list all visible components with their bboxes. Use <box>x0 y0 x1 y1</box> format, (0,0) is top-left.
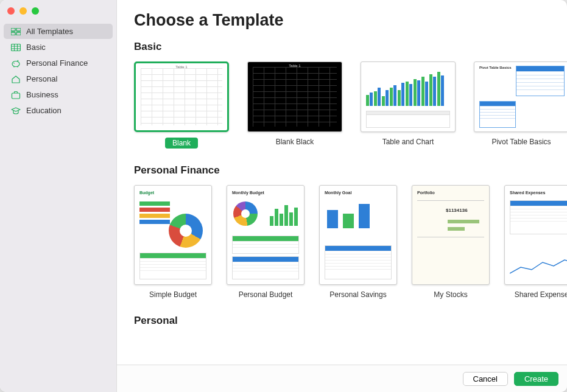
template-thumbnail: Monthly Goal <box>319 185 397 285</box>
line-chart-icon <box>510 256 567 278</box>
template-shared-expenses[interactable]: Shared Expenses Shared Expenses <box>504 185 567 299</box>
donut-chart-icon <box>169 214 203 248</box>
template-thumbnail: Pivot Table Basics <box>474 61 567 132</box>
sidebar-item-label: Personal Finance <box>26 58 88 68</box>
create-button[interactable]: Create <box>514 372 558 386</box>
graduation-cap-icon <box>11 107 21 115</box>
page-title: Choose a Template <box>134 11 567 30</box>
template-label: Pivot Table Basics <box>491 138 551 146</box>
zoom-window-button[interactable] <box>32 7 39 15</box>
footer: Cancel Create <box>117 365 567 392</box>
main-panel: Choose a Template Basic Table 1 Blank Ta… <box>117 0 567 392</box>
sidebar-item-label: Personal <box>26 74 57 83</box>
sidebar-item-basic[interactable]: Basic <box>4 40 113 55</box>
sidebar-item-label: Basic <box>26 43 46 52</box>
template-label: Personal Savings <box>329 290 386 299</box>
sidebar-item-personal-finance[interactable]: Personal Finance <box>4 55 113 71</box>
template-table-and-chart[interactable]: Table and Chart <box>361 61 456 149</box>
template-chooser-window: All Templates Basic Personal Finance Per… <box>0 0 567 392</box>
template-scroll-area[interactable]: Choose a Template Basic Table 1 Blank Ta… <box>117 0 567 365</box>
template-thumbnail: Monthly Budget <box>227 185 305 285</box>
svg-rect-0 <box>11 28 15 31</box>
template-personal-budget[interactable]: Monthly Budget Personal Budget <box>227 185 305 299</box>
grid-icon <box>11 27 21 36</box>
section-title-personal-finance: Personal Finance <box>134 164 567 177</box>
sidebar: All Templates Basic Personal Finance Per… <box>0 0 117 392</box>
template-thumbnail: Budget <box>134 185 212 285</box>
template-row-basic: Table 1 Blank Table 1 Blank Black <box>134 61 567 149</box>
template-label: Personal Budget <box>239 290 293 299</box>
template-row-personal-finance: Budget Simple Budget Monthly Budget <box>134 185 567 299</box>
template-label: Simple Budget <box>149 290 197 299</box>
briefcase-icon <box>11 91 21 99</box>
donut-chart-icon <box>233 201 258 226</box>
template-label: Table and Chart <box>382 138 434 146</box>
svg-rect-3 <box>16 32 21 35</box>
chart-icon <box>366 69 450 106</box>
template-thumbnail: Shared Expenses <box>504 185 567 285</box>
template-personal-savings[interactable]: Monthly Goal Personal Savings <box>319 185 397 299</box>
table-icon <box>516 66 565 96</box>
sidebar-item-label: Business <box>26 90 58 99</box>
template-thumbnail <box>361 61 456 132</box>
sidebar-item-all-templates[interactable]: All Templates <box>4 24 113 39</box>
template-thumbnail: Table 1 <box>247 61 342 132</box>
svg-rect-1 <box>16 28 21 31</box>
sidebar-item-label: Education <box>26 106 62 115</box>
template-simple-budget[interactable]: Budget Simple Budget <box>134 185 212 299</box>
home-icon <box>11 75 21 83</box>
svg-point-10 <box>13 63 15 64</box>
cancel-button[interactable]: Cancel <box>463 372 508 386</box>
sidebar-item-business[interactable]: Business <box>4 87 113 102</box>
template-my-stocks[interactable]: Portfolio $1134136 My Stocks <box>412 185 490 299</box>
minimize-window-button[interactable] <box>19 7 27 15</box>
template-thumbnail: Table 1 <box>134 61 229 132</box>
bar-chart-icon <box>327 201 370 228</box>
template-blank[interactable]: Table 1 Blank <box>134 61 229 149</box>
sidebar-item-label: All Templates <box>26 27 73 36</box>
bar-chart-icon <box>270 201 298 226</box>
window-controls <box>0 5 116 23</box>
section-title-basic: Basic <box>134 41 567 53</box>
spreadsheet-icon <box>11 43 21 52</box>
svg-rect-4 <box>12 44 21 51</box>
template-blank-black[interactable]: Table 1 Blank Black <box>247 61 342 149</box>
piggy-bank-icon <box>11 59 21 68</box>
close-window-button[interactable] <box>7 7 15 15</box>
svg-point-9 <box>12 61 19 66</box>
section-title-personal: Personal <box>134 315 567 327</box>
svg-rect-13 <box>12 93 20 99</box>
svg-rect-2 <box>11 32 15 35</box>
template-label: My Stocks <box>434 290 467 299</box>
template-label: Shared Expenses <box>515 290 567 299</box>
template-pivot-table-basics[interactable]: Pivot Table Basics Pivot Table Basics <box>474 61 567 149</box>
sidebar-item-personal[interactable]: Personal <box>4 71 113 86</box>
template-thumbnail: Portfolio $1134136 <box>412 185 490 285</box>
sidebar-item-education[interactable]: Education <box>4 103 113 118</box>
template-label: Blank Black <box>276 138 314 146</box>
template-label: Blank <box>165 138 198 149</box>
